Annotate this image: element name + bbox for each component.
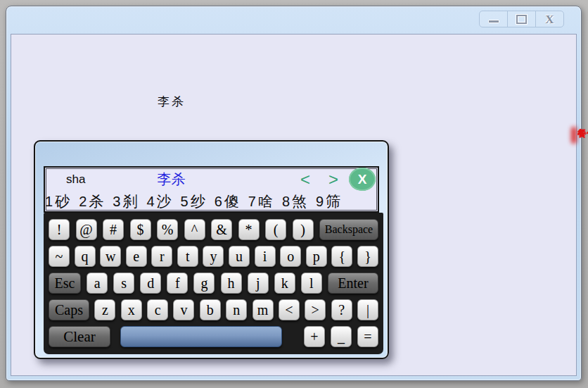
key-Enter[interactable]: Enter (328, 273, 378, 294)
key-v[interactable]: v (173, 299, 194, 320)
key-Backspace[interactable]: Backspace (319, 219, 378, 240)
key-Caps[interactable]: Caps (49, 299, 89, 320)
key-^[interactable]: ^ (184, 219, 205, 240)
candidate-character: 沙 (157, 192, 172, 211)
minimize-icon (489, 20, 499, 23)
key-r[interactable]: r (151, 246, 172, 267)
key-w[interactable]: w (100, 246, 121, 267)
key-)[interactable]: ) (293, 219, 314, 240)
key-l[interactable]: l (301, 273, 322, 294)
desktop: 餐甸 X 李杀 sha 李杀 < > X (0, 0, 588, 388)
typed-text: 李杀 (158, 94, 186, 110)
candidate-character: 纱 (191, 192, 205, 211)
maximize-icon (516, 15, 527, 24)
key-&[interactable]: & (211, 219, 232, 240)
keyboard-row-2: ~qwertyuiop{} (44, 243, 383, 270)
candidate-item[interactable]: 6 傻 (215, 192, 239, 211)
candidate-character: 杀 (89, 192, 103, 211)
minimize-button[interactable] (480, 11, 507, 27)
space-key[interactable] (120, 326, 282, 347)
candidate-character: 筛 (326, 192, 340, 211)
key-~[interactable]: ~ (49, 246, 70, 267)
candidate-item[interactable]: 2 杀 (79, 192, 103, 211)
key-f[interactable]: f (167, 273, 188, 294)
key-s[interactable]: s (113, 273, 134, 294)
candidate-item[interactable]: 5 纱 (181, 192, 205, 211)
key-t[interactable]: t (177, 246, 198, 267)
candidate-item[interactable]: 8 煞 (282, 192, 307, 211)
key->[interactable]: > (305, 299, 326, 320)
key-q[interactable]: q (75, 246, 96, 267)
key-Clear[interactable]: Clear (49, 326, 110, 347)
key-p[interactable]: p (306, 246, 327, 267)
pinyin-input-text: sha (66, 173, 85, 187)
candidate-index: 6 (215, 194, 222, 210)
key-#[interactable]: # (103, 219, 124, 240)
composition-text: 李杀 (157, 170, 185, 189)
candidate-character: 傻 (224, 192, 239, 211)
key-e[interactable]: e (126, 246, 147, 267)
key-Esc[interactable]: Esc (49, 273, 81, 294)
virtual-keyboard-window: sha 李杀 < > X 1 砂 2 杀 3 刹 (34, 140, 389, 359)
key-*[interactable]: * (238, 219, 260, 240)
candidate-character: 砂 (55, 192, 70, 211)
close-button[interactable]: X (535, 11, 563, 27)
key-{[interactable]: { (331, 246, 352, 267)
key-([interactable]: ( (265, 219, 286, 240)
key-a[interactable]: a (87, 273, 108, 294)
key-y[interactable]: y (203, 246, 224, 267)
ime-close-button[interactable]: X (349, 168, 376, 191)
key-c[interactable]: c (147, 299, 168, 320)
key-j[interactable]: j (248, 273, 269, 294)
key-m[interactable]: m (253, 299, 274, 320)
red-glow-decoration (571, 127, 577, 144)
keyboard-panel: !@#$%^&*()Backspace ~qwertyuiop{} Escasd… (44, 213, 383, 354)
key-z[interactable]: z (94, 299, 115, 320)
candidate-list: 1 砂 2 杀 3 刹 4 沙 5 纱 6 (45, 191, 378, 211)
candidate-index: 7 (248, 194, 256, 210)
keyboard-row-1: !@#$%^&*()Backspace (44, 216, 383, 243)
key-i[interactable]: i (255, 246, 276, 267)
key-}[interactable]: } (357, 246, 378, 267)
candidate-item[interactable]: 4 沙 (146, 192, 171, 211)
keyboard-row-5: Clear+_= (44, 323, 383, 350)
key-![interactable]: ! (49, 219, 70, 240)
key-?[interactable]: ? (331, 299, 352, 320)
key-u[interactable]: u (229, 246, 250, 267)
close-icon: X (545, 13, 554, 25)
key-$[interactable]: $ (130, 219, 151, 240)
key-d[interactable]: d (140, 273, 161, 294)
keyboard-row-3: EscasdfghjklEnter (44, 270, 383, 296)
key-@[interactable]: @ (76, 219, 97, 240)
candidate-index: 3 (113, 194, 120, 210)
key-%[interactable]: % (157, 219, 178, 240)
candidate-item[interactable]: 3 刹 (113, 192, 137, 211)
key-_[interactable]: _ (331, 326, 352, 347)
candidate-index: 1 (45, 194, 53, 210)
candidate-item[interactable]: 1 砂 (45, 192, 70, 211)
key-o[interactable]: o (280, 246, 301, 267)
candidate-index: 5 (181, 194, 188, 210)
key-+[interactable]: + (304, 326, 325, 347)
key-x[interactable]: x (121, 299, 142, 320)
key-k[interactable]: k (274, 273, 295, 294)
candidate-item[interactable]: 7 啥 (248, 192, 273, 211)
candidate-character: 啥 (258, 192, 273, 211)
candidate-index: 9 (316, 194, 324, 210)
candidate-item[interactable]: 9 筛 (316, 192, 340, 211)
prev-page-arrow-button[interactable]: < (300, 171, 310, 188)
key-g[interactable]: g (193, 273, 215, 294)
key-<[interactable]: < (279, 299, 300, 320)
candidate-character: 煞 (292, 192, 307, 211)
key-=[interactable]: = (357, 326, 378, 347)
clipped-red-text: 餐甸 (577, 127, 588, 140)
key-n[interactable]: n (226, 299, 247, 320)
key-|[interactable]: | (357, 299, 378, 320)
next-page-arrow-button[interactable]: > (328, 171, 338, 188)
key-b[interactable]: b (200, 299, 221, 320)
ime-candidate-panel: sha 李杀 < > X 1 砂 2 杀 3 刹 (44, 166, 379, 213)
close-x-icon: X (358, 172, 367, 187)
window-controls: X (479, 11, 564, 27)
key-h[interactable]: h (221, 273, 242, 294)
maximize-button[interactable] (507, 11, 535, 27)
